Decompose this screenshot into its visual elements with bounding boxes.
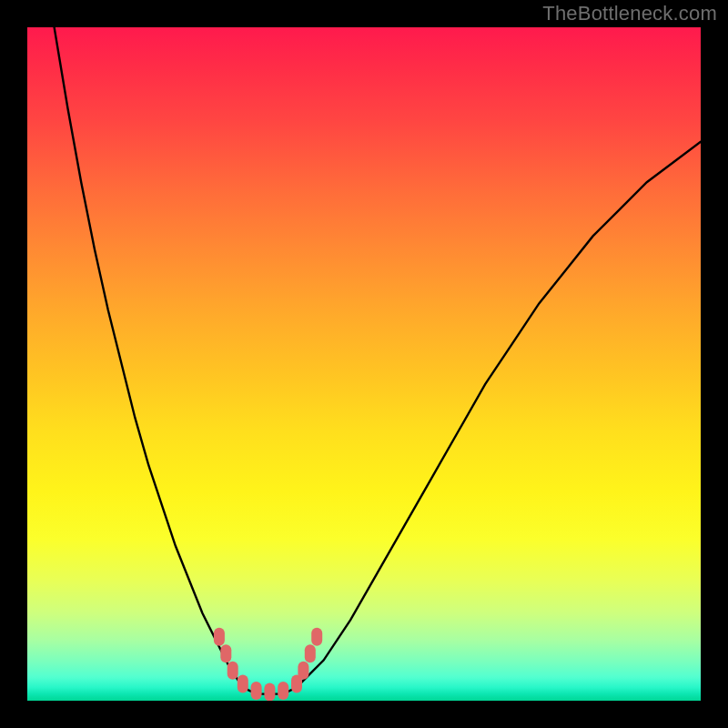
curve-marker [278,682,288,700]
curve-marker [238,675,248,693]
curve-marker [298,662,308,680]
curve-marker [220,644,231,662]
watermark-label: TheBottleneck.com [542,2,717,25]
curve-layer [27,27,701,701]
curve-markers [214,628,322,701]
curve-marker [264,682,275,701]
plot-area [27,27,701,701]
curve-marker [305,644,316,662]
curve-marker [228,662,238,680]
curve-marker [251,682,262,700]
curve-marker [311,628,322,646]
chart-frame: TheBottleneck.com [0,0,728,728]
bottleneck-curve [55,27,701,694]
curve-marker [214,628,225,646]
